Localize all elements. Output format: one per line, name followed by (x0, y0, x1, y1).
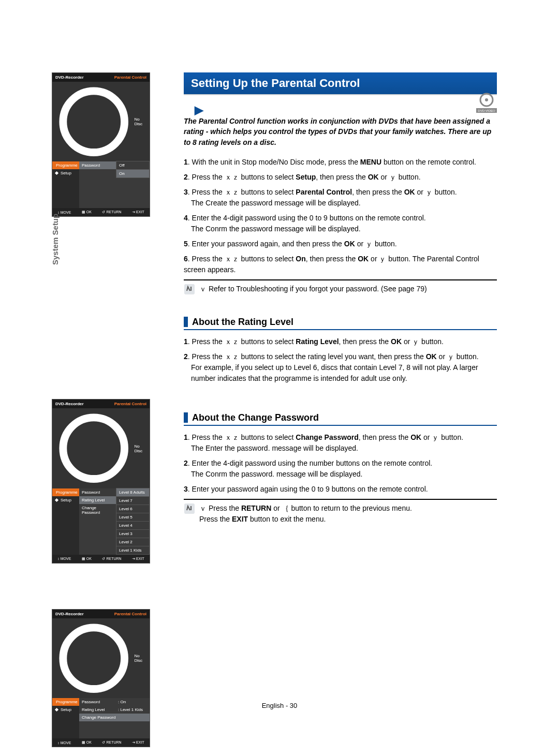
section-title: Setting Up the Parental Control (184, 72, 497, 95)
step-item: 3. Enter your password again using the 0… (184, 484, 497, 495)
step-item: 1. Press the ｘｚ buttons to select Rating… (184, 336, 497, 347)
main-steps-list: 1. With the unit in Stop mode/No Disc mo… (184, 157, 497, 275)
osd-screen-password-onoff: DVD-RecorderParental Control No Disc Pro… (52, 72, 150, 217)
osd-screen-rating-level: DVD-RecorderParental Control No Disc Pro… (52, 399, 150, 563)
step-item: 3. Press the ｘｚ buttons to select Parent… (184, 187, 497, 209)
subsection-change-password: About the Change Password (184, 412, 497, 426)
step-item: 4. Enter the 4-digit password using the … (184, 213, 497, 234)
step-item: 5. Enter your password again, and then p… (184, 239, 497, 249)
dvd-video-badge-icon: DVD-VIDEO (476, 92, 497, 113)
intro-paragraph: The Parental Control function works in c… (184, 116, 497, 147)
change-password-steps: 1. Press the ｘｚ buttons to select Change… (184, 432, 497, 495)
svg-text:DVD-VIDEO: DVD-VIDEO (478, 109, 495, 112)
step-item: 6. Press the ｘｚ buttons to select On, th… (184, 254, 497, 275)
svg-point-8 (63, 628, 125, 689)
rating-level-steps: 1. Press the ｘｚ buttons to select Rating… (184, 336, 497, 384)
step-item: 2. Press the ｘｚ buttons to select Setup,… (184, 172, 497, 183)
subsection-rating-level: About the Rating Level (184, 317, 497, 330)
note-return-exit: ｖ Press the RETURN or ｛ button to return… (184, 499, 497, 525)
arrow-right-icon: ▶ (195, 103, 203, 117)
note-icon (184, 284, 195, 295)
step-item: 2. Press the ｘｚ buttons to select the ra… (184, 351, 497, 384)
svg-point-4 (63, 91, 125, 153)
svg-point-1 (485, 98, 488, 101)
note-icon (184, 503, 195, 514)
step-item: 1. With the unit in Stop mode/No Disc mo… (184, 157, 497, 168)
svg-point-6 (63, 418, 125, 479)
page-footer: English - 30 (0, 702, 559, 709)
note-forgot-password: ｖ Refer to Troubleshooting if you forgot… (184, 279, 497, 295)
osd-screen-change-password: DVD-RecorderParental Control No Disc Pro… (52, 609, 150, 747)
sidebar-section-label: System Setup (51, 214, 60, 265)
step-item: 2. Enter the 4-digit password using the … (184, 458, 497, 480)
step-item: 1. Press the ｘｚ buttons to select Change… (184, 432, 497, 454)
